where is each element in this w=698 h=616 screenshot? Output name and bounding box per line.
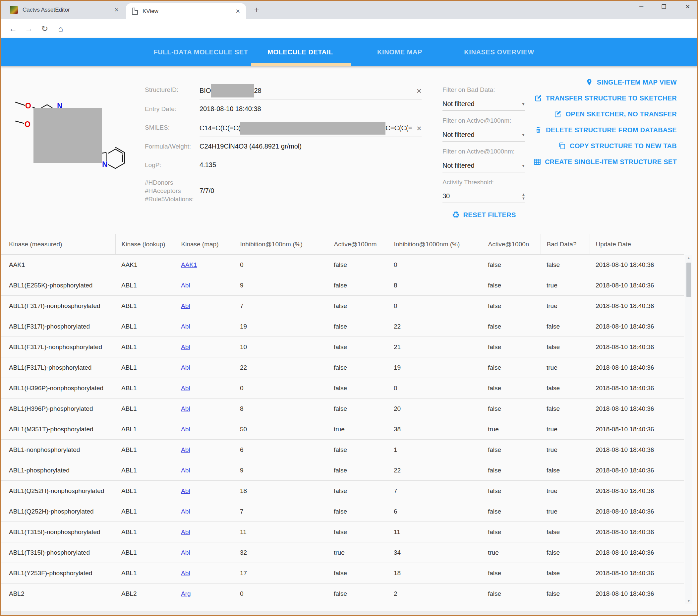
filter-active100-select[interactable]: Not filtered ▼	[443, 128, 525, 141]
clear-smiles-icon[interactable]: ×	[417, 124, 422, 133]
tab-molecule-detail[interactable]: MOLECULE DETAIL	[267, 48, 333, 56]
kinase-map-link[interactable]: Abl	[181, 467, 190, 474]
table-cell: 17	[234, 563, 328, 584]
table-cell: ABL1	[115, 398, 175, 419]
single-item-map-view-button[interactable]: SINGLE-ITEM MAP VIEW	[585, 77, 677, 87]
table-cell: 11	[388, 522, 482, 543]
rule5violations-label: #Rule5Violations:	[145, 195, 194, 203]
table-cell: ABL1(H396P)-nonphosphorylated	[1, 378, 115, 398]
kinase-map-link[interactable]: Abl	[181, 302, 190, 309]
browser-tab-kview[interactable]: KView ×	[126, 3, 246, 19]
table-row: ABL1(F317L)-nonphosphorylatedABL1Abl10fa…	[1, 337, 684, 357]
column-header[interactable]: Active@1000n...	[482, 234, 541, 255]
column-header[interactable]: Kinase (lookup)	[115, 234, 175, 255]
kinase-map-link[interactable]: AAK1	[181, 261, 197, 268]
scrollbar-thumb[interactable]	[686, 263, 691, 297]
kinase-map-link[interactable]: Abl	[181, 549, 190, 556]
delete-structure-button[interactable]: DELETE STRUCTURE FROM DATABASE	[534, 125, 677, 135]
scroll-up-icon[interactable]: ▲	[685, 256, 693, 260]
kinase-map-link[interactable]: Abl	[181, 364, 190, 371]
table-cell: false	[328, 440, 388, 460]
table-cell: 6	[388, 501, 482, 522]
table-cell: 2018-08-10 18:40:36	[590, 337, 684, 357]
table-cell: 7	[234, 501, 328, 522]
reload-button[interactable]: ↻	[40, 24, 50, 33]
filter-active1000-select[interactable]: Not filtered ▼	[443, 159, 525, 173]
kinase-map-link[interactable]: Arg	[181, 590, 191, 597]
horizontal-scrollbar-track[interactable]	[1, 611, 697, 615]
kinase-map-link[interactable]: Abl	[181, 446, 190, 453]
kinase-map-link[interactable]: Abl	[181, 385, 190, 392]
table-row: ABL1(M351T)-phosphorylatedABL1Abl50true3…	[1, 419, 684, 440]
tab-full-data-molecule-set[interactable]: FULL-DATA MOLECULE SET	[153, 48, 248, 56]
column-header[interactable]: Active@100nm	[328, 234, 388, 255]
table-cell: 0	[388, 378, 482, 398]
browser-tab-cactvs[interactable]: Cactvs AssetEditor ×	[5, 1, 123, 19]
reset-filters-button[interactable]: ♻ RESET FILTERS	[443, 209, 525, 221]
column-header[interactable]: Kinase (map)	[175, 234, 234, 255]
window-close-button[interactable]: ×	[683, 2, 693, 11]
back-button[interactable]: ←	[8, 24, 18, 33]
filter-active1000-label: Filter on Active@1000nm:	[443, 148, 515, 155]
table-cell: true	[541, 275, 590, 296]
structure-id-field[interactable]: BIO 28 ×	[199, 82, 422, 99]
hacceptors-label: #HAcceptors	[145, 187, 194, 195]
transfer-structure-to-sketcher-button[interactable]: TRANSFER STRUCTURE TO SKETCHER	[534, 93, 677, 104]
tab-close-icon[interactable]: ×	[114, 6, 118, 14]
kinase-map-link[interactable]: Abl	[181, 570, 190, 577]
table-cell: Abl	[175, 440, 234, 460]
table-cell: 2018-08-10 18:40:36	[590, 481, 684, 501]
kinase-map-link[interactable]: Abl	[181, 426, 190, 433]
activity-threshold-value: 30	[443, 192, 450, 200]
table-scrollbar[interactable]: ▲ ▼	[685, 255, 692, 604]
create-single-item-structure-set-button[interactable]: CREATE SINGLE-ITEM STRUCTURE SET	[533, 156, 677, 167]
scroll-down-icon[interactable]: ▼	[685, 599, 693, 603]
table-cell: ABL1	[115, 275, 175, 296]
tab-close-icon[interactable]: ×	[236, 8, 240, 15]
column-header[interactable]: Inhibition@1000nm (%)	[388, 234, 482, 255]
home-button[interactable]: ⌂	[56, 24, 66, 33]
table-row: AAK1AAK1AAK10false0falsefalse2018-08-10 …	[1, 255, 684, 275]
tab-kinases-overview[interactable]: KINASES OVERVIEW	[464, 48, 534, 56]
table-cell: false	[328, 296, 388, 316]
column-header[interactable]: Inhibition@100nm (%)	[234, 234, 328, 255]
table-cell: 7	[234, 296, 328, 316]
tab-kinome-map[interactable]: KINOME MAP	[377, 48, 422, 56]
copy-structure-to-new-tab-button[interactable]: COPY STRUCTURE TO NEW TAB	[558, 140, 677, 151]
column-header[interactable]: Kinase (measured)	[1, 234, 115, 255]
table-cell: ABL1	[115, 440, 175, 460]
new-tab-button[interactable]: +	[251, 5, 262, 15]
kinase-map-link[interactable]: Abl	[181, 343, 190, 351]
kinase-map-link[interactable]: Abl	[181, 282, 190, 289]
spin-down-icon[interactable]: ▼	[522, 196, 525, 200]
kinase-map-link[interactable]: Abl	[181, 529, 190, 535]
edit-icon	[554, 110, 562, 118]
column-header[interactable]: Update Date	[590, 234, 684, 255]
kinase-map-link[interactable]: Abl	[181, 323, 190, 330]
filter-bad-data-select[interactable]: Not filtered ▼	[443, 97, 525, 111]
open-sketcher-no-transfer-button[interactable]: OPEN SKETCHER, NO TRANSFER	[554, 109, 677, 119]
table-cell: Arg	[175, 584, 234, 604]
table-cell: Abl	[175, 296, 234, 316]
window-minimize-button[interactable]: –	[636, 2, 646, 11]
column-header[interactable]: Bad Data?	[541, 234, 590, 255]
window-maximize-button[interactable]: ❒	[659, 3, 669, 10]
table-row: ABL1-phosphorylatedABL1Abl9false22falsef…	[1, 460, 684, 481]
tab-title: KView	[142, 8, 232, 15]
table-cell: false	[482, 275, 541, 296]
table-cell: ABL1(Q252H)-nonphosphorylated	[1, 481, 115, 501]
table-cell: 2018-08-10 18:40:36	[590, 522, 684, 543]
table-cell: 2018-08-10 18:40:36	[590, 378, 684, 398]
smiles-value-suffix: C=C(C(=	[386, 124, 412, 132]
kinase-map-link[interactable]: Abl	[181, 508, 190, 515]
table-cell: false	[328, 501, 388, 522]
table-cell: false	[328, 275, 388, 296]
clear-structure-id-icon[interactable]: ×	[417, 86, 422, 95]
kinase-map-link[interactable]: Abl	[181, 405, 190, 412]
forward-button[interactable]: →	[24, 24, 34, 33]
spin-up-icon[interactable]: ▲	[522, 193, 525, 196]
table-cell: ABL1	[115, 460, 175, 481]
activity-threshold-stepper[interactable]: 30 ▲ ▼	[443, 190, 525, 203]
smiles-field[interactable]: C14=C(C(=C( C=C(C(= ×	[199, 120, 422, 137]
kinase-map-link[interactable]: Abl	[181, 487, 190, 494]
